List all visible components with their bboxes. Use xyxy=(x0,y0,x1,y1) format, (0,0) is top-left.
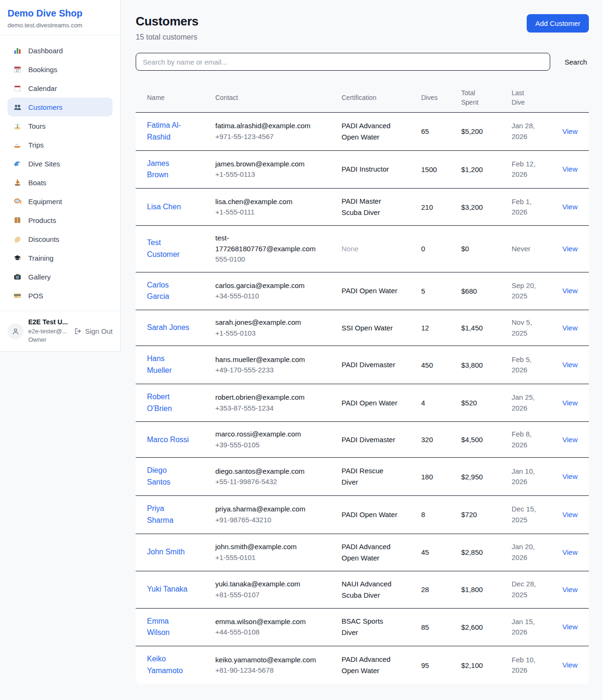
customer-email: priya.sharma@example.com xyxy=(215,504,317,515)
customer-contact: yuki.tanaka@example.com +81-555-0107 xyxy=(215,579,342,600)
customer-name-link[interactable]: Lisa Chen xyxy=(147,201,190,213)
customer-total-spent: $3,800 xyxy=(461,361,512,369)
customer-dives: 180 xyxy=(421,473,461,481)
wave-icon xyxy=(13,159,22,168)
customer-dives: 85 xyxy=(421,623,461,631)
customer-phone: +1-555-0101 xyxy=(215,552,317,563)
table-header-row: Name Contact Certification Dives Total S… xyxy=(136,83,589,113)
customer-certification: PADI Open Water xyxy=(342,397,421,409)
customer-dives: 95 xyxy=(421,661,461,669)
customer-name-link[interactable]: Marco Rossi xyxy=(147,434,190,446)
customer-last-dive: Dec 28, 2025 xyxy=(512,579,540,600)
view-customer-link[interactable]: View xyxy=(562,245,578,253)
customer-last-dive: Sep 20, 2025 xyxy=(512,280,540,302)
users-icon xyxy=(13,103,22,111)
customer-phone: 555-0100 xyxy=(215,254,317,265)
customer-phone: +353-87-555-1234 xyxy=(215,403,317,414)
customer-total-spent: $3,200 xyxy=(461,203,512,211)
credit-card-icon xyxy=(13,291,22,300)
user-name: E2E Test U... xyxy=(28,318,69,327)
sidebar-item-training[interactable]: Training xyxy=(8,248,113,267)
customer-contact: robert.obrien@example.com +353-87-555-12… xyxy=(215,392,342,413)
table-row: Diego Santos diego.santos@example.com +5… xyxy=(136,457,589,495)
sidebar-item-boats[interactable]: Boats xyxy=(8,173,113,192)
customer-name-link[interactable]: Robert O'Brien xyxy=(147,391,190,415)
add-customer-button[interactable]: Add Customer xyxy=(527,14,589,33)
customer-name-link[interactable]: John Smith xyxy=(147,546,190,558)
island-icon xyxy=(13,122,22,130)
customer-name-link[interactable]: Emma Wilson xyxy=(147,616,190,639)
customer-total-spent: $720 xyxy=(461,511,512,519)
sidebar-item-dashboard[interactable]: Dashboard xyxy=(8,41,113,60)
sidebar-item-gallery[interactable]: Gallery xyxy=(8,267,113,286)
view-customer-link[interactable]: View xyxy=(562,511,578,519)
customer-name-link[interactable]: Hans Mueller xyxy=(147,353,190,377)
view-customer-link[interactable]: View xyxy=(562,661,578,669)
customer-name-link[interactable]: Diego Santos xyxy=(147,465,190,488)
sidebar-item-bookings[interactable]: 17 Bookings xyxy=(8,60,113,79)
sidebar-item-customers[interactable]: Customers xyxy=(8,98,113,116)
customer-email: hans.mueller@example.com xyxy=(215,354,317,365)
view-customer-link[interactable]: View xyxy=(562,548,578,556)
customer-name-link[interactable]: Yuki Tanaka xyxy=(147,584,190,595)
customer-name-link[interactable]: Carlos Garcia xyxy=(147,280,190,303)
view-customer-link[interactable]: View xyxy=(562,436,578,444)
customer-total-spent: $0 xyxy=(461,245,512,253)
avatar xyxy=(8,323,24,339)
customer-email: carlos.garcia@example.com xyxy=(215,280,317,291)
customer-name-link[interactable]: Sarah Jones xyxy=(147,322,190,334)
customer-certification: PADI Divemaster xyxy=(342,434,421,445)
view-customer-link[interactable]: View xyxy=(562,361,578,369)
customer-contact: james.brown@example.com +1-555-0113 xyxy=(215,159,342,180)
view-customer-link[interactable]: View xyxy=(562,623,578,631)
customer-email: emma.wilson@example.com xyxy=(215,617,317,627)
customer-name-link[interactable]: Fatima Al-Rashid xyxy=(147,120,190,143)
customer-contact: test-1772681807767@example.com 555-0100 xyxy=(215,233,342,265)
sidebar-item-label: Training xyxy=(28,254,54,262)
table-row: Robert O'Brien robert.obrien@example.com… xyxy=(136,384,589,422)
sidebar-item-pos[interactable]: POS xyxy=(8,286,113,305)
search-input[interactable] xyxy=(136,53,550,71)
view-customer-link[interactable]: View xyxy=(562,165,578,173)
view-customer-link[interactable]: View xyxy=(562,585,578,593)
sidebar-item-tours[interactable]: Tours xyxy=(8,116,113,135)
sidebar: Demo Dive Shop demo.test.divestreams.com… xyxy=(0,0,121,352)
customer-phone: +1-555-0111 xyxy=(215,207,317,218)
view-customer-link[interactable]: View xyxy=(562,472,578,480)
page-title: Customers xyxy=(136,14,198,29)
sign-out-button[interactable]: Sign Out xyxy=(74,327,113,335)
customer-last-dive: Jan 10, 2026 xyxy=(512,466,540,487)
sidebar-item-equipment[interactable]: Equipment xyxy=(8,192,113,211)
view-customer-link[interactable]: View xyxy=(562,127,578,135)
sidebar-item-products[interactable]: Products xyxy=(8,211,113,230)
sidebar-item-discounts[interactable]: Discounts xyxy=(8,230,113,248)
sidebar-item-calendar[interactable]: Calendar xyxy=(8,79,113,98)
brand-block: Demo Dive Shop demo.test.divestreams.com xyxy=(0,0,120,35)
customer-total-spent: $2,600 xyxy=(461,623,512,631)
view-customer-link[interactable]: View xyxy=(562,287,578,295)
column-header-last-dive: Last Dive xyxy=(512,88,530,107)
table-row: Sarah Jones sarah.jones@example.com +1-5… xyxy=(136,310,589,346)
customer-name-link[interactable]: Keiko Yamamoto xyxy=(147,653,190,677)
sidebar-item-label: Customers xyxy=(28,103,63,111)
sidebar-item-label: Dive Sites xyxy=(28,160,60,168)
customer-dives: 12 xyxy=(421,324,461,332)
customer-dives: 8 xyxy=(421,511,461,519)
view-customer-link[interactable]: View xyxy=(562,399,578,407)
view-customer-link[interactable]: View xyxy=(562,203,578,211)
customer-last-dive: Feb 5, 2026 xyxy=(512,354,540,376)
customer-dives: 0 xyxy=(421,245,461,253)
customer-name-link[interactable]: James Brown xyxy=(147,158,190,181)
view-customer-link[interactable]: View xyxy=(562,324,578,332)
customer-contact: emma.wilson@example.com +44-555-0108 xyxy=(215,617,342,638)
customer-total-spent: $2,950 xyxy=(461,473,512,481)
customer-name-link[interactable]: Test Customer xyxy=(147,237,190,261)
search-button[interactable]: Search xyxy=(562,58,589,66)
tag-icon xyxy=(13,235,22,243)
customer-name-link[interactable]: Priya Sharma xyxy=(147,503,190,527)
sidebar-item-dive-sites[interactable]: Dive Sites xyxy=(8,154,113,173)
sidebar-item-trips[interactable]: Trips xyxy=(8,135,113,154)
customer-email: robert.obrien@example.com xyxy=(215,392,317,403)
customer-certification: PADI Master Scuba Diver xyxy=(342,196,421,218)
customer-email: diego.santos@example.com xyxy=(215,466,317,477)
